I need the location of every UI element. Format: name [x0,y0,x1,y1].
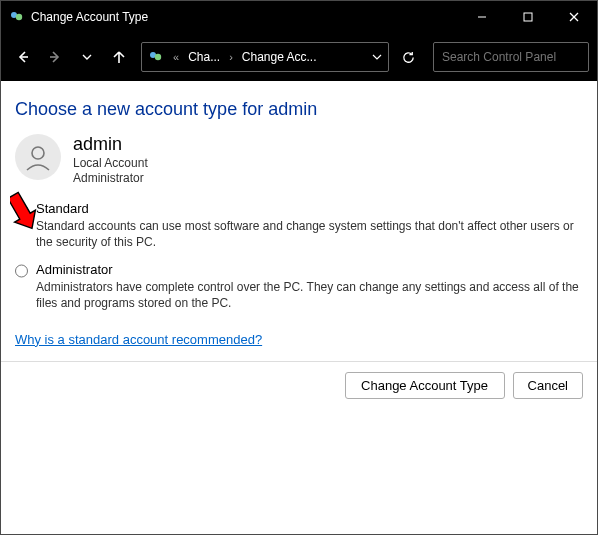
chevron-down-icon[interactable] [372,50,382,65]
close-button[interactable] [551,1,597,33]
history-dropdown[interactable] [73,43,101,71]
content-area: Choose a new account type for admin admi… [1,81,597,361]
avatar [15,134,61,180]
up-button[interactable] [105,43,133,71]
back-button[interactable] [9,43,37,71]
svg-point-9 [155,54,161,60]
footer: Change Account Type Cancel [1,372,597,399]
page-heading: Choose a new account type for admin [15,99,583,120]
svg-rect-3 [524,13,532,21]
minimize-button[interactable] [459,1,505,33]
account-role-label: Administrator [73,171,148,187]
app-icon [9,9,25,25]
search-input[interactable] [442,50,592,64]
refresh-button[interactable] [393,42,423,72]
cancel-button[interactable]: Cancel [513,372,583,399]
radio-standard[interactable] [15,203,28,217]
toolbar: « Cha... › Change Acc... [1,33,597,81]
radio-administrator[interactable] [15,264,28,278]
option-standard[interactable]: Standard Standard accounts can use most … [15,201,583,250]
account-type-label: Local Account [73,156,148,172]
account-name: admin [73,134,148,156]
option-admin-label: Administrator [36,262,583,277]
change-account-type-button[interactable]: Change Account Type [345,372,505,399]
window-title: Change Account Type [31,10,459,24]
divider [0,361,598,362]
breadcrumb-overflow[interactable]: « [170,51,182,63]
titlebar: Change Account Type [1,1,597,33]
chevron-right-icon: › [226,51,236,63]
option-admin-desc: Administrators have complete control ove… [36,279,583,311]
option-administrator[interactable]: Administrator Administrators have comple… [15,262,583,311]
search-box[interactable] [433,42,589,72]
option-standard-desc: Standard accounts can use most software … [36,218,583,250]
breadcrumb-2[interactable]: Change Acc... [242,50,317,64]
users-icon [148,49,164,65]
maximize-button[interactable] [505,1,551,33]
forward-button[interactable] [41,43,69,71]
address-bar[interactable]: « Cha... › Change Acc... [141,42,389,72]
svg-point-1 [16,14,22,20]
account-summary: admin Local Account Administrator [15,134,583,187]
recommendation-link[interactable]: Why is a standard account recommended? [15,332,262,347]
option-standard-label: Standard [36,201,583,216]
svg-point-12 [32,147,44,159]
breadcrumb-1[interactable]: Cha... [188,50,220,64]
